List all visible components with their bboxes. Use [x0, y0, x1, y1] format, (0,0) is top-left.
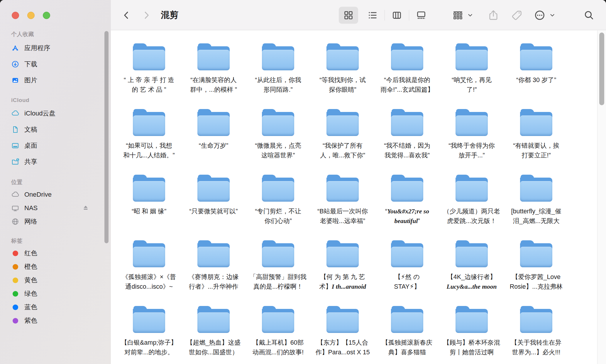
scrollbar-thumb[interactable]	[599, 33, 604, 105]
folder-item[interactable]: “有错就要认，挨打要立正!”	[504, 109, 568, 175]
sidebar-item-蓝色[interactable]: 蓝色	[11, 300, 98, 314]
folder-label: “我终于舍得为你放开手...”	[448, 141, 495, 160]
tag-icon[interactable]	[510, 9, 523, 22]
search-icon[interactable]	[583, 9, 595, 21]
display-icon	[11, 203, 20, 213]
folder-item[interactable]: “在满脸笑容的人群中，...的模样 ”	[181, 43, 246, 109]
folder-item[interactable]: “呐艾伦，再见了!”	[439, 43, 504, 109]
folder-item[interactable]: “B站最后一次叫你老婆啦...远幸福”	[310, 175, 375, 240]
folder-item[interactable]: 【东方】【15人合作】Para...ost X 15	[310, 306, 375, 364]
sidebar-item-label: 下载	[24, 60, 37, 69]
folder-label: “从此往后，你我形同陌路.”	[255, 75, 301, 95]
folder-item[interactable]: “如果可以，我想和十几...人结婚。”	[117, 109, 181, 175]
folder-item[interactable]: 【关于我转生在异世界为...】必火!!!	[504, 306, 568, 364]
folder-icon	[132, 306, 166, 333]
icon-view-button[interactable]	[339, 7, 358, 24]
sidebar-item-绿色[interactable]: 绿色	[11, 287, 98, 300]
folder-item[interactable]: “ 上 帝 亲 手 打 造的 艺 术 品 ”	[117, 43, 181, 109]
folder-item[interactable]: 【⚡然 のSTAY⚡】	[375, 240, 439, 306]
folder-grid: “ 上 帝 亲 手 打 造的 艺 术 品 ”“在满脸笑容的人群中，...的模样 …	[117, 43, 568, 364]
eject-button[interactable]	[82, 204, 90, 212]
folder-item[interactable]: 【白银&amp;弥子】对前辈...的地步。	[117, 306, 181, 364]
folder-label: “如果可以，我想和十几...人结婚。”	[123, 141, 175, 160]
folder-icon	[519, 43, 553, 70]
sidebar-section-header: 标签	[11, 237, 98, 245]
folder-label: （少儿频道）两只老虎爱跳...次元版！	[443, 207, 500, 226]
folder-icon	[261, 43, 295, 70]
folder-item[interactable]: [butterfly_综漫_催泪_高燃...无限大	[504, 175, 568, 240]
folder-item[interactable]: 【顾与】桥本环奈混剪丨她曾活过啊	[439, 306, 504, 364]
folder-item[interactable]: 【4K_边缘行者】Lucy&a...the moon	[439, 240, 504, 306]
folder-item[interactable]: “只要微笑就可以”	[181, 175, 246, 240]
folder-icon	[197, 240, 231, 267]
icloud-icon	[11, 109, 20, 118]
folder-item[interactable]: 【戴上耳机】60部动画混...们的故事!	[246, 306, 310, 364]
folder-item[interactable]: “You&#x27;re sobeautiful”	[375, 175, 439, 240]
sidebar-item-下载[interactable]: 下载	[11, 56, 98, 72]
folder-item[interactable]: “从此往后，你我形同陌路.”	[246, 43, 310, 109]
sidebar-item-iCloud云盘[interactable]: iCloud云盘	[11, 105, 98, 121]
close-button[interactable]	[12, 12, 19, 19]
sidebar-item-红色[interactable]: 红色	[11, 246, 98, 260]
sidebar-item-紫色[interactable]: 紫色	[11, 314, 98, 327]
toolbar: 混剪	[111, 0, 606, 30]
folder-label: 【4K_边缘行者】Lucy&a...the moon	[447, 272, 497, 292]
folder-item[interactable]: “我终于舍得为你放开手...”	[439, 109, 504, 175]
sidebar-item-共享[interactable]: 共享	[11, 154, 98, 170]
sidebar-item-黄色[interactable]: 黄色	[11, 273, 98, 287]
folder-item[interactable]: “昭 和 姻 缘”	[117, 175, 181, 240]
folder-item[interactable]: 《孤独摇滚》×《普通disco...isco》~	[117, 240, 181, 306]
sidebar-item-图片[interactable]: 图片	[11, 72, 98, 88]
folder-item[interactable]: “专门剪烂，不让你们心动”	[246, 175, 310, 240]
sidebar-item-label: 绿色	[24, 289, 37, 298]
sidebar-item-label: 网络	[24, 217, 37, 226]
share-icon[interactable]	[487, 9, 500, 22]
scrollbar-track[interactable]	[597, 30, 606, 364]
folder-icon	[326, 109, 360, 136]
folder-item[interactable]: “生命万岁”	[181, 109, 246, 175]
folder-item[interactable]: 【孤独摇滚新春庆典】喜多猫猫	[375, 306, 439, 364]
forward-button[interactable]	[141, 10, 152, 21]
folder-label: “ 上 帝 亲 手 打 造的 艺 术 品 ”	[124, 75, 174, 95]
folder-item[interactable]: “等我找到你，试探你眼睛”	[310, 43, 375, 109]
folder-item[interactable]: 【爱你罗茜_LoveRosie】...克拉弗林	[504, 240, 568, 306]
folder-label: “等我找到你，试探你眼睛”	[319, 75, 366, 95]
gallery-view-button[interactable]	[412, 7, 431, 24]
folder-item[interactable]: 「高甜预警」甜到我真的是...柠檬啊！	[246, 240, 310, 306]
tag-dot	[11, 249, 20, 258]
group-button[interactable]	[452, 9, 464, 21]
folder-item[interactable]: “你都 30 岁了”	[504, 43, 568, 109]
sidebar-item-应用程序[interactable]: 应用程序	[11, 40, 98, 56]
sidebar-item-OneDrive[interactable]: OneDrive	[11, 188, 98, 201]
folder-icon	[326, 43, 360, 70]
folder-item[interactable]: “今后我就是你的雨伞!”...玄武国篇】	[375, 43, 439, 109]
sidebar-item-NAS[interactable]: NAS	[11, 201, 98, 215]
sidebar-item-文稿[interactable]: 文稿	[11, 121, 98, 137]
minimize-button[interactable]	[27, 12, 35, 19]
more-options-button[interactable]	[533, 9, 546, 22]
sidebar-item-橙色[interactable]: 橙色	[11, 260, 98, 273]
folder-icon	[390, 109, 424, 136]
column-view-button[interactable]	[387, 7, 407, 24]
sidebar-sections: 个人收藏应用程序下载图片iCloudiCloud云盘文稿桌面共享位置OneDri…	[11, 30, 98, 327]
list-view-button[interactable]	[363, 7, 382, 24]
download-icon	[11, 59, 20, 69]
zoom-button[interactable]	[43, 12, 50, 19]
folder-item[interactable]: 【何 为 第 九 艺术】I th...aranoid	[310, 240, 375, 306]
folder-item[interactable]: 【超燃_热血】这盛世如你...国盛世）	[181, 306, 246, 364]
folder-icon	[326, 240, 360, 267]
folder-item[interactable]: （少儿频道）两只老虎爱跳...次元版！	[439, 175, 504, 240]
folder-icon	[197, 109, 231, 136]
folder-icon	[326, 306, 360, 333]
sidebar-scrollbar-thumb[interactable]	[104, 31, 109, 243]
sidebar-item-网络[interactable]: 网络	[11, 215, 98, 228]
sidebar-item-桌面[interactable]: 桌面	[11, 137, 98, 154]
folder-item[interactable]: 《赛博朋克：边缘行者》...升华神作	[181, 240, 246, 306]
folder-item[interactable]: “我保护了所有人，唯...救下你”	[310, 109, 375, 175]
back-button[interactable]	[121, 10, 132, 21]
folder-item[interactable]: “我不结婚，因为我觉得...喜欢我”	[375, 109, 439, 175]
folder-item[interactable]: “微微晨光，点亮这喧器世界”	[246, 109, 310, 175]
folder-label: “呐艾伦，再见了!”	[452, 75, 492, 95]
traffic-lights	[12, 12, 50, 19]
folder-label: 《赛博朋克：边缘行者》...升华神作	[188, 272, 239, 292]
